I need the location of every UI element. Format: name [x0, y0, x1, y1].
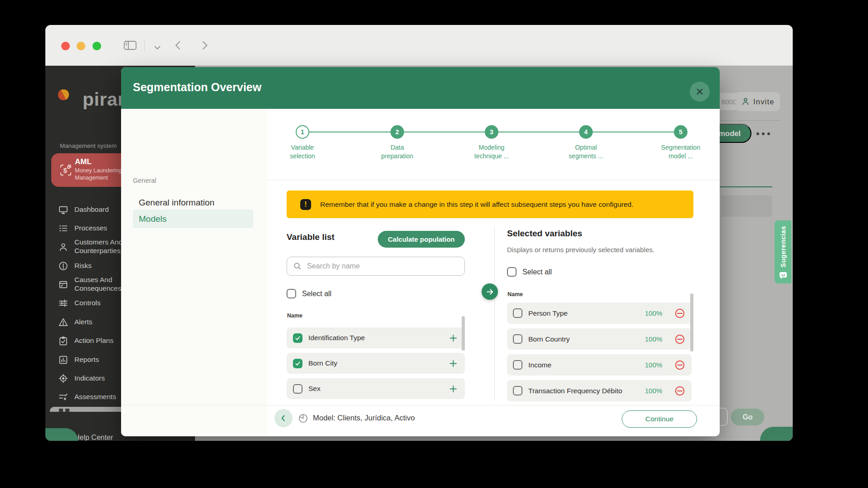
add-variable-button[interactable] [449, 385, 458, 393]
step-3-circle[interactable]: 3 [485, 125, 498, 139]
smiley-chat-icon [779, 271, 788, 280]
pie-chart-icon [297, 413, 309, 426]
remove-variable-button[interactable] [674, 334, 685, 345]
step-3-label: Modelingtechnique ... [460, 143, 523, 161]
nav-item-models[interactable]: Models [133, 210, 253, 228]
step-1-circle[interactable]: 1 [296, 125, 309, 139]
variable-select-all: Select all [287, 289, 332, 298]
suggestions-tab[interactable]: Sugerencias [775, 220, 791, 283]
step-5-circle[interactable]: 5 [674, 125, 688, 139]
help-center-label: Help Center [74, 434, 113, 441]
plus-icon [449, 334, 458, 342]
sidebar-item-label: Processes [74, 224, 107, 233]
minus-circle-icon [674, 308, 685, 319]
add-variable-button[interactable] [449, 359, 458, 368]
step-1-label: Variableselection [271, 143, 334, 161]
add-variable-button[interactable] [449, 334, 458, 342]
continue-button[interactable]: Continue [622, 410, 697, 428]
action-plans-icon [58, 336, 68, 346]
backdrop-tab-underline [720, 186, 772, 187]
variable-list-scrollbar[interactable] [462, 316, 465, 351]
suggestions-label: Sugerencias [780, 226, 787, 268]
customers-icon [58, 242, 68, 252]
causes-icon [58, 279, 68, 290]
indicators-icon [58, 373, 68, 384]
transfer-variables-button[interactable] [482, 283, 498, 300]
close-icon [695, 87, 704, 96]
window-titlebar [45, 25, 793, 66]
row-checkbox[interactable] [513, 334, 522, 344]
row-checkbox[interactable] [293, 384, 302, 394]
go-button[interactable]: Go [731, 409, 764, 425]
chevron-down-icon[interactable] [154, 44, 161, 52]
svg-text:$: $ [63, 166, 67, 174]
toolbar-divider [144, 39, 145, 51]
nav-section-label: General [133, 177, 156, 184]
sidebar-item-label: Assessments [74, 393, 116, 401]
sidebar-item-label: Alerts [74, 318, 93, 327]
search-input[interactable] [306, 262, 442, 271]
sidebar-item-label: Controls [74, 299, 101, 307]
remove-variable-button[interactable] [674, 308, 685, 319]
back-arrow-icon[interactable] [174, 40, 181, 53]
selected-list-scrollbar[interactable] [690, 293, 693, 351]
risks-icon [58, 261, 68, 271]
chevron-left-icon [279, 414, 288, 423]
warning-text: Remember that if you make a change in th… [320, 200, 634, 209]
minimize-window-button[interactable] [77, 42, 85, 50]
modal-header: Segmentation Overview [121, 67, 720, 109]
step-2-circle[interactable]: 2 [390, 125, 404, 139]
segmentation-overview-modal: Segmentation Overview General General in… [121, 67, 720, 436]
selected-variables-title: Selected variables [507, 229, 582, 239]
step-4-circle[interactable]: 4 [579, 125, 593, 139]
step-2-label: Datapreparation [366, 143, 429, 161]
select-all-checkbox[interactable] [287, 289, 296, 298]
remove-variable-button[interactable] [674, 360, 685, 371]
aml-badge-subtitle: Money Laundering Management [75, 167, 122, 182]
sidebar-item-label: Customers AndCounterparties [74, 238, 122, 255]
selected-column-header: Name [507, 291, 523, 298]
select-all-checkbox[interactable] [507, 267, 517, 277]
person-icon [741, 97, 750, 106]
row-checkbox[interactable] [513, 308, 522, 318]
backdrop-divider [720, 120, 781, 121]
invite-button[interactable]: Invite [736, 92, 780, 111]
minus-circle-icon [674, 334, 685, 345]
forward-arrow-icon[interactable] [201, 40, 209, 53]
select-all-label: Select all [302, 290, 332, 298]
pirani-logo-icon [57, 88, 70, 102]
remove-variable-button[interactable] [674, 386, 685, 396]
assessments-icon [58, 392, 68, 402]
warning-banner: ! Remember that if you make a change in … [287, 190, 693, 218]
row-checkbox[interactable] [513, 360, 522, 370]
footer-divider [121, 405, 720, 405]
variable-column-header: Name [287, 312, 302, 319]
macos-window: pirani Management system $ AML Money Lau… [45, 25, 793, 441]
select-all-label: Select all [522, 268, 552, 276]
selected-select-all: Select all [507, 267, 552, 277]
plus-icon [449, 359, 458, 368]
selected-row: Transaction Frequency Débito 100% [507, 380, 692, 401]
calculate-population-button[interactable]: Calculate population [378, 231, 465, 248]
zoom-window-button[interactable] [93, 42, 101, 50]
backdrop-field [721, 195, 772, 217]
search-icon [293, 262, 302, 271]
row-checkbox-checked[interactable] [293, 359, 302, 368]
sidebar-toggle-icon[interactable] [123, 40, 137, 53]
more-menu-icon[interactable] [756, 132, 775, 136]
back-step-button[interactable] [274, 409, 293, 427]
sidebar-item-label: Reports [74, 356, 99, 364]
stepper-divider [267, 180, 720, 180]
dashboard-icon [58, 205, 68, 215]
row-checkbox[interactable] [513, 386, 522, 395]
column-divider [494, 227, 495, 401]
screen: pirani Management system $ AML Money Lau… [0, 0, 868, 488]
close-modal-button[interactable] [690, 82, 710, 102]
close-window-button[interactable] [61, 42, 70, 50]
arrow-right-icon [485, 287, 495, 297]
processes-icon [58, 223, 68, 234]
minus-circle-icon [674, 360, 685, 371]
sidebar-item-label: Indicators [74, 374, 105, 383]
nav-item-general-information[interactable]: General information [139, 198, 215, 208]
row-checkbox-checked[interactable] [293, 333, 302, 343]
